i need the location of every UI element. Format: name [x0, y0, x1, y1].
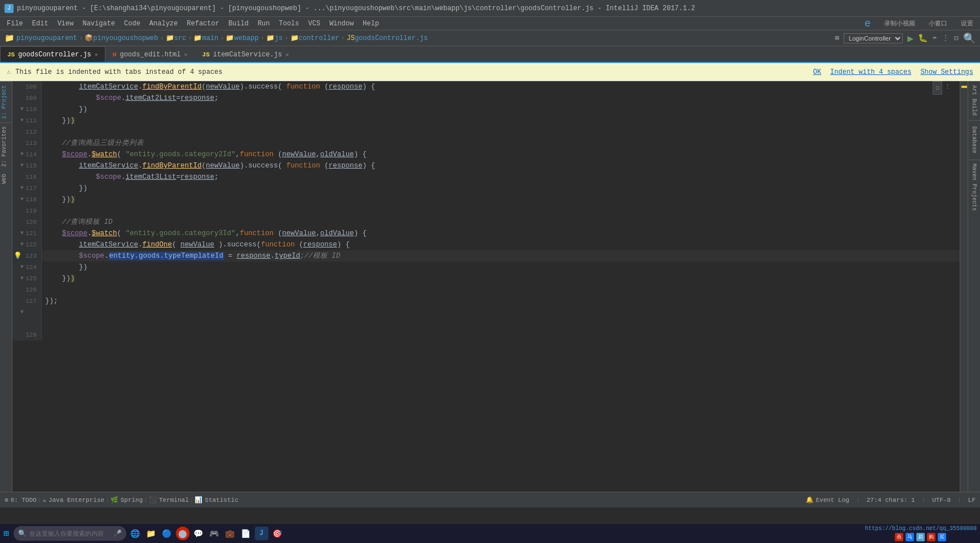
tab-close-itemcatservice[interactable]: ✕: [285, 51, 289, 58]
panel-maven[interactable]: Maven Projects: [968, 160, 980, 214]
status-terminal[interactable]: ⬛ Terminal: [149, 496, 189, 504]
taskbar-app-arrow[interactable]: 🎯: [271, 527, 284, 540]
menu-view[interactable]: View: [53, 19, 78, 29]
taskbar-app-idea[interactable]: J: [255, 527, 268, 540]
line-code-111[interactable]: })): [42, 115, 968, 126]
fold-icon-110[interactable]: ▼: [20, 104, 24, 115]
line-code-114[interactable]: $scope.$watch( "entity.goods.category2Id…: [42, 149, 968, 160]
panel-project[interactable]: 1: Project: [0, 81, 12, 122]
line-code-110[interactable]: }): [42, 104, 968, 115]
status-statistic[interactable]: 📊 Statistic: [195, 496, 238, 504]
taskbar-app-chrome[interactable]: 🔵: [160, 527, 174, 540]
mini-window-btn[interactable]: 小窗口: [924, 18, 952, 29]
line-code-112[interactable]: [42, 126, 968, 138]
hierarchy-icon[interactable]: ⊞: [835, 34, 839, 42]
fold-icon-127[interactable]: ▼: [20, 307, 24, 318]
panel-web[interactable]: Web: [0, 170, 12, 187]
record-btn[interactable]: 录制小视频: [880, 18, 920, 29]
line-code-122[interactable]: itemCatService.findOne( newValue ).succe…: [42, 239, 968, 250]
line-code-118[interactable]: })): [42, 194, 968, 205]
panel-favorites[interactable]: 2: Favorites: [0, 122, 12, 170]
taskbar-search[interactable]: [14, 526, 126, 541]
menu-analyze[interactable]: Analyze: [145, 19, 182, 29]
line-code-117[interactable]: }): [42, 183, 968, 194]
line-code-126[interactable]: [42, 284, 968, 295]
layout-button[interactable]: ⊟: [954, 33, 959, 43]
menu-code[interactable]: Code: [120, 19, 145, 29]
breadcrumb-webapp[interactable]: webapp: [234, 34, 258, 42]
taskbar-app-briefcase[interactable]: 💼: [223, 527, 237, 540]
editor-area[interactable]: 108 itemCatService.findByParentId(newVal…: [12, 81, 968, 507]
status-todo[interactable]: ⚙ 6: TODO: [5, 496, 37, 504]
fold-icon-117[interactable]: ▼: [20, 183, 24, 194]
panel-artbuild[interactable]: Art Build: [968, 81, 980, 121]
fold-icon-115[interactable]: ▼: [20, 160, 24, 171]
debug-button[interactable]: 🐛: [918, 33, 928, 43]
notif-indent-link[interactable]: Indent with 4 spaces: [830, 68, 911, 76]
taskbar-app-msg[interactable]: 💬: [192, 527, 205, 540]
coverage-button[interactable]: ☂: [932, 33, 937, 43]
breadcrumb-pinyougouparent[interactable]: pinyougouparent: [16, 34, 77, 42]
line-code-108[interactable]: itemCatService.findByParentId(newValue).…: [42, 81, 968, 92]
menu-navigate[interactable]: Navigate: [78, 19, 120, 29]
run-button[interactable]: ▶: [907, 32, 913, 45]
settings-btn[interactable]: 设置: [956, 18, 978, 29]
breadcrumb-goodscontroller[interactable]: goodsController.js: [355, 34, 428, 42]
breadcrumb-src[interactable]: src: [174, 34, 187, 42]
tab-close-goodscontroller[interactable]: ✕: [95, 51, 98, 58]
line-code-113[interactable]: //查询商品三级分类列表: [42, 138, 968, 149]
menu-file[interactable]: File: [2, 19, 28, 29]
notif-ok-link[interactable]: OK: [813, 68, 821, 76]
breadcrumb-main[interactable]: main: [202, 34, 218, 42]
panel-database[interactable]: Database: [968, 121, 980, 160]
tab-goods-edit[interactable]: H goods_edit.html ✕: [105, 46, 195, 62]
line-code-127[interactable]: }); ☐ ⋮: [42, 295, 968, 329]
fold-icon-114[interactable]: ▼: [20, 149, 24, 160]
status-event-log[interactable]: 🔔 Event Log: [806, 496, 849, 504]
breadcrumb-pinyougoushopweb[interactable]: pinyougoushopweb: [93, 34, 158, 42]
fold-icon-118[interactable]: ▼: [20, 194, 24, 205]
line-code-109[interactable]: $scope.itemCat2List=response;: [42, 92, 968, 104]
more-button[interactable]: ⋮: [942, 33, 950, 43]
editor-scroll[interactable]: 108 itemCatService.findByParentId(newVal…: [12, 81, 968, 507]
line-code-120[interactable]: //查询模板 ID: [42, 217, 968, 228]
menu-build[interactable]: Build: [224, 19, 253, 29]
line-code-123[interactable]: $scope.entity.goods.typeTemplateId = res…: [42, 250, 968, 262]
fold-icon-122[interactable]: ▼: [20, 239, 24, 250]
menu-help[interactable]: Help: [358, 19, 383, 29]
idea-icon[interactable]: e: [860, 17, 875, 30]
taskbar-app-ie[interactable]: 🌐: [129, 527, 142, 540]
breadcrumb-js[interactable]: js: [275, 34, 282, 42]
taskbar-app-game[interactable]: 🎮: [208, 527, 221, 540]
menu-refactor[interactable]: Refactor: [182, 19, 224, 29]
line-code-119[interactable]: [42, 205, 968, 217]
fold-icon-125[interactable]: ▼: [20, 273, 24, 284]
taskbar-app-red[interactable]: ⬤: [176, 527, 189, 540]
fold-icon-111[interactable]: ▼: [20, 115, 24, 126]
action-icon-127[interactable]: ☐: [933, 81, 942, 95]
line-code-116[interactable]: $scope.itemCat3List=response;: [42, 171, 968, 183]
tab-goodscontroller[interactable]: JS goodsController.js ✕: [0, 46, 105, 62]
status-spring[interactable]: 🌿 Spring: [111, 496, 143, 504]
search-button[interactable]: 🔍: [963, 32, 975, 45]
menu-window[interactable]: Window: [325, 19, 358, 29]
fold-icon-124[interactable]: ▼: [20, 262, 24, 273]
tab-itemcatservice[interactable]: JS itemCatService.js ✕: [195, 46, 297, 62]
taskbar-app-pdf[interactable]: 📄: [239, 527, 253, 540]
tab-close-goodsedit[interactable]: ✕: [184, 51, 188, 58]
windows-start-button[interactable]: ⊞: [3, 528, 9, 539]
line-code-125[interactable]: })): [42, 273, 968, 284]
status-java-enterprise[interactable]: ☕ Java Enterprise: [42, 496, 104, 504]
menu-vcs[interactable]: VCS: [304, 19, 325, 29]
menu-edit[interactable]: Edit: [28, 19, 53, 29]
fold-icon-121[interactable]: ▼: [20, 228, 24, 239]
action-dots-127[interactable]: ⋮: [944, 81, 951, 95]
line-code-115[interactable]: itemCatService.findByParentId(newValue).…: [42, 160, 968, 171]
menu-tools[interactable]: Tools: [275, 19, 304, 29]
menu-run[interactable]: Run: [253, 19, 275, 29]
breadcrumb-controller[interactable]: controller: [299, 34, 339, 42]
notif-settings-link[interactable]: Show Settings: [920, 68, 973, 76]
line-code-124[interactable]: }): [42, 262, 968, 273]
run-config-dropdown[interactable]: LoginController: [844, 33, 903, 43]
line-code-121[interactable]: $scope.$watch( "entity.goods.category3Id…: [42, 228, 968, 239]
